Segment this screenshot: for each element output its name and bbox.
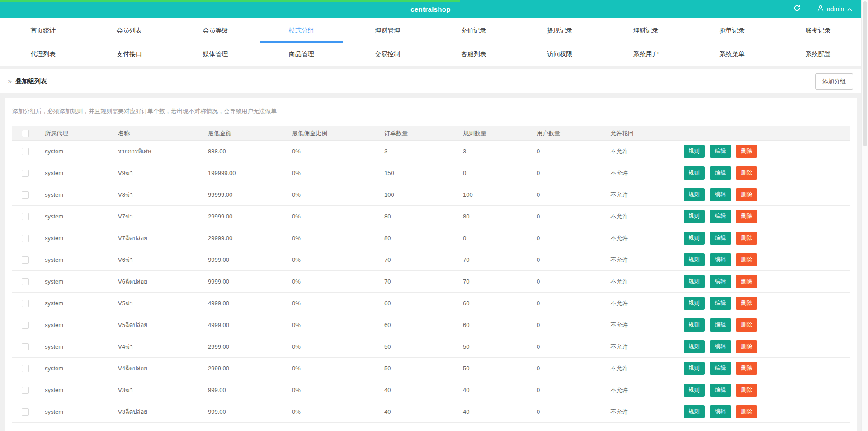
nav-tab[interactable]: 抢单记录 [689, 18, 775, 43]
rule-button[interactable]: 规则 [684, 145, 705, 158]
edit-button[interactable]: 编辑 [710, 318, 731, 332]
nav-tab[interactable]: 充值记录 [431, 18, 517, 43]
column-header: 最低金额 [202, 126, 286, 141]
nav-tab[interactable]: 访问权限 [517, 43, 603, 66]
row-checkbox[interactable] [22, 191, 29, 199]
nav-tab[interactable]: 媒体管理 [172, 43, 259, 66]
rule-button[interactable]: 规则 [684, 275, 705, 288]
edit-button[interactable]: 编辑 [710, 253, 731, 266]
rule-button[interactable]: 规则 [684, 405, 705, 418]
nav-tab[interactable]: 账变记录 [775, 18, 862, 43]
row-checkbox[interactable] [22, 300, 29, 307]
edit-button[interactable]: 编辑 [710, 405, 731, 418]
rule-button[interactable]: 规则 [684, 318, 705, 332]
nav-tab[interactable]: 理财记录 [603, 18, 689, 43]
row-checkbox[interactable] [22, 343, 29, 350]
delete-button[interactable]: 删除 [736, 210, 757, 223]
delete-button[interactable]: 删除 [736, 145, 757, 158]
row-checkbox[interactable] [22, 408, 29, 416]
rule-button[interactable]: 规则 [684, 384, 705, 397]
nav-tab[interactable]: 支付接口 [86, 43, 173, 66]
scrollbar-thumb[interactable] [863, 1, 867, 146]
nav-tab[interactable]: 商品管理 [259, 43, 345, 66]
row-checkbox[interactable] [22, 170, 29, 177]
cell-agent: system [38, 249, 112, 271]
nav-tab[interactable]: 交易控制 [344, 43, 431, 66]
edit-button[interactable]: 编辑 [710, 384, 731, 397]
edit-button[interactable]: 编辑 [710, 166, 731, 180]
rule-button[interactable]: 规则 [684, 362, 705, 375]
rule-button[interactable]: 规则 [684, 297, 705, 310]
edit-button[interactable]: 编辑 [710, 188, 731, 201]
row-checkbox[interactable] [22, 322, 29, 329]
delete-button[interactable]: 删除 [736, 188, 757, 201]
delete-button[interactable]: 删除 [736, 318, 757, 332]
cell-rules: 0 [457, 227, 530, 249]
cell-agent: system [38, 379, 112, 401]
double-angle-icon: » [8, 78, 12, 85]
edit-button[interactable]: 编辑 [710, 340, 731, 353]
edit-button[interactable]: 编辑 [710, 297, 731, 310]
main-nav: 首页统计会员列表会员等级模式分组理财管理充值记录提现记录理财记录抢单记录账变记录… [0, 18, 861, 66]
row-checkbox-cell [12, 227, 38, 249]
nav-tab[interactable]: 系统菜单 [689, 43, 775, 66]
delete-button[interactable]: 删除 [736, 297, 757, 310]
nav-tab[interactable]: 会员列表 [86, 18, 173, 43]
edit-button[interactable]: 编辑 [710, 210, 731, 223]
refresh-button[interactable] [784, 0, 810, 18]
delete-button[interactable]: 删除 [736, 232, 757, 245]
delete-button[interactable]: 删除 [736, 384, 757, 397]
rule-button[interactable]: 规则 [684, 188, 705, 201]
rule-button[interactable]: 规则 [684, 253, 705, 266]
rule-button[interactable]: 规则 [684, 340, 705, 353]
rule-button[interactable]: 规则 [684, 232, 705, 245]
rule-button[interactable]: 规则 [684, 166, 705, 180]
nav-tab[interactable]: 理财管理 [344, 18, 431, 43]
delete-button[interactable]: 删除 [736, 166, 757, 180]
cell-rules: 70 [457, 249, 530, 271]
edit-button[interactable]: 编辑 [710, 232, 731, 245]
row-actions-cell: 规则编辑删除 [677, 249, 850, 271]
column-header: 用户数量 [530, 126, 604, 141]
add-group-button[interactable]: 添加分组 [815, 73, 853, 90]
select-all-checkbox[interactable] [22, 130, 29, 137]
nav-tab[interactable]: 会员等级 [172, 18, 259, 43]
nav-tab[interactable]: 提现记录 [517, 18, 603, 43]
cell-users: 0 [530, 227, 604, 249]
nav-tab[interactable]: 客服列表 [431, 43, 517, 66]
edit-button[interactable]: 编辑 [710, 362, 731, 375]
edit-button[interactable]: 编辑 [710, 145, 731, 158]
edit-button[interactable]: 编辑 [710, 275, 731, 288]
delete-button[interactable]: 删除 [736, 340, 757, 353]
admin-menu[interactable]: admin [810, 5, 858, 13]
row-checkbox[interactable] [22, 387, 29, 394]
cell-min-amount: 999.00 [202, 379, 286, 401]
nav-tab[interactable]: 系统用户 [603, 43, 689, 66]
delete-button[interactable]: 删除 [736, 405, 757, 418]
vertical-scrollbar[interactable] [861, 0, 868, 431]
rule-button[interactable]: 规则 [684, 210, 705, 223]
row-checkbox[interactable] [22, 365, 29, 372]
cell-recycle: 不允许 [604, 227, 677, 249]
row-checkbox[interactable] [22, 278, 29, 285]
row-checkbox[interactable] [22, 235, 29, 242]
delete-button[interactable]: 删除 [736, 362, 757, 375]
row-checkbox[interactable] [22, 213, 29, 220]
cell-orders: 80 [378, 206, 457, 227]
row-checkbox[interactable] [22, 256, 29, 264]
column-header: 订单数量 [378, 126, 457, 141]
cell-name: V9ฆ่า [112, 162, 202, 184]
delete-button[interactable]: 删除 [736, 275, 757, 288]
nav-tab[interactable]: 代理列表 [0, 43, 86, 66]
nav-tab[interactable]: 首页统计 [0, 18, 86, 43]
cell-rules: 100 [457, 184, 530, 206]
cell-name: V7ฉีดปล่อย [112, 227, 202, 249]
table-header-row: 所属代理名称最低金额最低佣金比例订单数量规则数量用户数量允许轮回 [12, 126, 850, 141]
app-title: centralshop [410, 5, 450, 13]
nav-tab-active[interactable]: 模式分组 [259, 18, 345, 43]
cell-name: V5ฉีดปล่อย [112, 314, 202, 336]
delete-button[interactable]: 删除 [736, 253, 757, 266]
row-checkbox[interactable] [22, 148, 29, 155]
cell-min-commission: 0% [286, 293, 378, 314]
nav-tab[interactable]: 系统配置 [775, 43, 862, 66]
